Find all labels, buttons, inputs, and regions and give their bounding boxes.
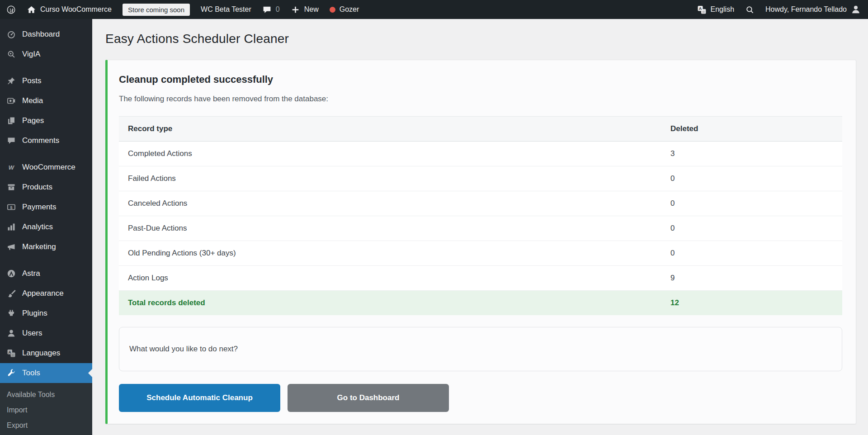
- svg-text:A: A: [9, 350, 11, 355]
- sidebar-item-label: Users: [22, 329, 42, 338]
- language-label: English: [711, 5, 734, 14]
- users-icon: [6, 328, 16, 338]
- tools-icon: [6, 368, 16, 378]
- comments-count: 0: [276, 5, 280, 14]
- sidebar-item-payments[interactable]: $Payments: [0, 197, 92, 217]
- deleted-count-cell: 3: [661, 142, 842, 166]
- admin-bar: Curso WooCommerce Store coming soon WC B…: [0, 0, 868, 19]
- deleted-count-cell: 9: [661, 266, 842, 290]
- sidebar-item-label: Analytics: [22, 222, 53, 232]
- table-row: Completed Actions3: [119, 142, 842, 166]
- sidebar-subitem-import[interactable]: Import: [0, 402, 92, 418]
- table-row: Canceled Actions0: [119, 191, 842, 216]
- column-header-deleted: Deleted: [661, 117, 842, 141]
- sidebar-item-vigia[interactable]: VigIA: [0, 44, 92, 64]
- sidebar-item-label: Astra: [22, 269, 40, 278]
- go-to-dashboard-button[interactable]: Go to Dashboard: [288, 384, 449, 412]
- column-header-record-type: Record type: [119, 117, 661, 141]
- total-value: 12: [661, 291, 842, 315]
- sidebar-item-comments[interactable]: Comments: [0, 131, 92, 151]
- svg-text:A: A: [698, 6, 702, 11]
- comments-icon: [6, 136, 16, 146]
- sidebar-item-label: Marketing: [22, 242, 56, 251]
- action-buttons: Schedule Automatic Cleanup Go to Dashboa…: [119, 384, 842, 412]
- record-type-cell: Old Pending Actions (30+ days): [119, 241, 661, 265]
- sidebar-item-label: Pages: [22, 116, 44, 125]
- gozer-dot-icon: [330, 7, 335, 13]
- table-row: Past-Due Actions0: [119, 216, 842, 241]
- total-label: Total records deleted: [119, 291, 661, 315]
- sidebar-item-astra[interactable]: Astra: [0, 264, 92, 284]
- plus-icon: [291, 5, 300, 14]
- next-steps-box: What would you like to do next?: [119, 327, 842, 371]
- page-title: Easy Actions Scheduler Cleaner: [105, 32, 856, 46]
- sidebar-item-marketing[interactable]: Marketing: [0, 237, 92, 257]
- notice-description: The following records have been removed …: [119, 95, 842, 104]
- woocommerce-icon: W: [6, 162, 16, 172]
- sidebar-item-media[interactable]: Media: [0, 91, 92, 111]
- schedule-automatic-cleanup-button[interactable]: Schedule Automatic Cleanup: [119, 384, 280, 412]
- site-link[interactable]: Curso WooCommerce: [27, 5, 112, 14]
- sidebar-item-woocommerce[interactable]: WWooCommerce: [0, 157, 92, 177]
- sidebar-item-label: Plugins: [22, 309, 47, 318]
- sidebar-item-products[interactable]: Products: [0, 177, 92, 197]
- gozer-link[interactable]: Gozer: [330, 5, 359, 14]
- sidebar-item-label: VigIA: [22, 50, 40, 59]
- translation-icon: A☆: [697, 5, 707, 14]
- sidebar-subitem-available-tools[interactable]: Available Tools: [0, 387, 92, 402]
- sidebar-item-label: Comments: [22, 136, 59, 145]
- admin-bar-right: A☆ English Howdy, Fernando Tellado: [697, 5, 861, 14]
- astra-icon: [6, 269, 16, 279]
- sidebar-item-label: Media: [22, 96, 43, 105]
- record-type-cell: Action Logs: [119, 266, 661, 290]
- sidebar-item-plugins[interactable]: Plugins: [0, 303, 92, 323]
- comment-bubble-icon: [262, 5, 272, 14]
- sidebar-item-analytics[interactable]: Analytics: [0, 217, 92, 237]
- home-icon: [27, 5, 36, 14]
- sidebar-item-users[interactable]: Users: [0, 323, 92, 343]
- products-icon: [6, 182, 16, 192]
- svg-text:☆: ☆: [11, 354, 14, 357]
- record-type-cell: Past-Due Actions: [119, 216, 661, 241]
- svg-text:W: W: [9, 164, 15, 171]
- admin-bar-left: Curso WooCommerce Store coming soon WC B…: [6, 4, 359, 16]
- sidebar-item-appearance[interactable]: Appearance: [0, 284, 92, 303]
- admin-sidebar: DashboardVigIAPostsMediaPagesCommentsWWo…: [0, 19, 92, 435]
- posts-icon: [6, 76, 16, 86]
- howdy-label: Howdy, Fernando Tellado: [765, 5, 847, 14]
- table-total-row: Total records deleted 12: [119, 291, 842, 315]
- deleted-count-cell: 0: [661, 216, 842, 241]
- sidebar-submenu: Available ToolsImportExport: [0, 383, 92, 435]
- sidebar-item-languages[interactable]: A☆Languages: [0, 343, 92, 363]
- deleted-count-cell: 0: [661, 166, 842, 191]
- search-button[interactable]: [745, 5, 755, 14]
- account-menu[interactable]: Howdy, Fernando Tellado: [765, 5, 861, 14]
- viga-icon: [6, 49, 16, 59]
- sidebar-subitem-export[interactable]: Export: [0, 418, 92, 433]
- appearance-icon: [6, 288, 16, 298]
- record-type-cell: Completed Actions: [119, 142, 661, 166]
- coming-soon-badge[interactable]: Store coming soon: [123, 4, 190, 16]
- comments-link[interactable]: 0: [262, 5, 280, 14]
- wc-beta-tester-link[interactable]: WC Beta Tester: [201, 5, 251, 14]
- new-label: New: [304, 5, 319, 14]
- record-type-cell: Failed Actions: [119, 166, 661, 191]
- sidebar-item-label: WooCommerce: [22, 163, 75, 172]
- gozer-label: Gozer: [340, 5, 359, 14]
- pages-icon: [6, 116, 16, 126]
- wordpress-logo-icon[interactable]: [6, 5, 16, 14]
- new-content-link[interactable]: New: [291, 5, 319, 14]
- sidebar-item-label: Products: [22, 183, 52, 192]
- sidebar-item-dashboard[interactable]: Dashboard: [0, 24, 92, 44]
- sidebar-item-pages[interactable]: Pages: [0, 111, 92, 131]
- sidebar-item-label: Appearance: [22, 289, 64, 298]
- marketing-icon: [6, 242, 16, 252]
- sidebar-item-posts[interactable]: Posts: [0, 71, 92, 91]
- languages-icon: A☆: [6, 348, 16, 358]
- sidebar-item-tools[interactable]: Tools: [0, 363, 92, 383]
- site-name: Curso WooCommerce: [40, 5, 112, 14]
- language-switcher[interactable]: A☆ English: [697, 5, 734, 14]
- main-content: Easy Actions Scheduler Cleaner Cleanup c…: [92, 0, 868, 424]
- sidebar-item-label: Dashboard: [22, 30, 60, 39]
- deleted-count-cell: 0: [661, 191, 842, 216]
